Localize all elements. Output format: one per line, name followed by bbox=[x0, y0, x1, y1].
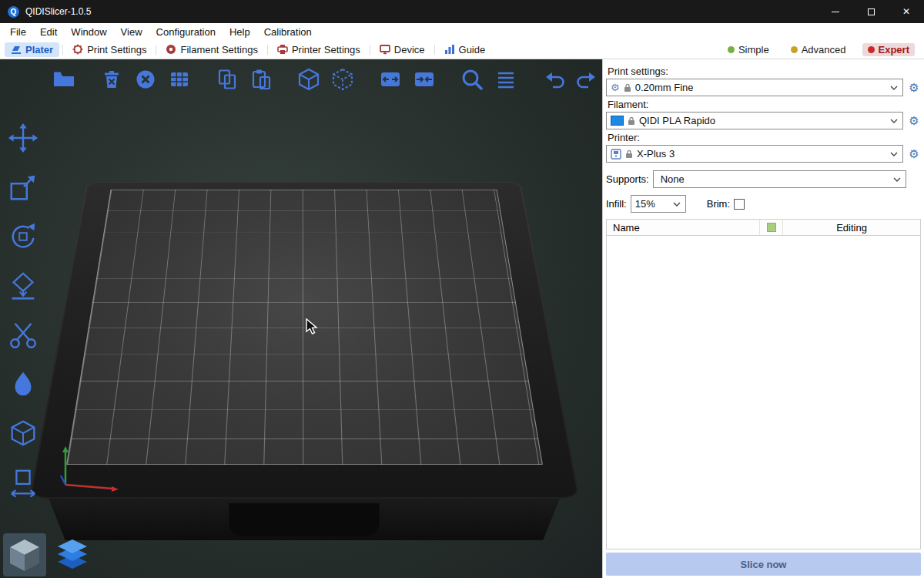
menu-edit[interactable]: Edit bbox=[33, 25, 64, 39]
open-button[interactable] bbox=[51, 66, 77, 92]
rotate-tool-button[interactable] bbox=[4, 220, 42, 254]
view-preview-button[interactable] bbox=[51, 533, 94, 576]
supports-value: None bbox=[658, 173, 889, 185]
menu-window[interactable]: Window bbox=[64, 25, 113, 39]
remove-instance-button[interactable] bbox=[330, 66, 356, 92]
device-icon bbox=[380, 44, 390, 55]
preview-layers-icon bbox=[52, 534, 93, 576]
filament-combo[interactable]: QIDI PLA Rapido bbox=[606, 112, 903, 129]
move-tool-button[interactable] bbox=[4, 121, 42, 155]
viewport-3d[interactable] bbox=[0, 59, 602, 578]
tab-printer-settings[interactable]: Printer Settings bbox=[271, 42, 367, 57]
print-settings-combo[interactable]: ⚙ 0.20mm Fine bbox=[606, 79, 903, 96]
chevron-down-icon bbox=[890, 86, 898, 90]
printer-gear-button[interactable]: ⚙ bbox=[907, 147, 921, 161]
column-name-header: Name bbox=[607, 220, 760, 235]
delete-all-button[interactable] bbox=[132, 66, 159, 92]
split-to-objects-button[interactable] bbox=[377, 66, 403, 92]
arrange-icon bbox=[167, 67, 192, 92]
menu-configuration[interactable]: Configuration bbox=[149, 25, 223, 39]
tab-filament-settings[interactable]: Filament Settings bbox=[159, 42, 263, 57]
mode-switcher: Simple Advanced Expert bbox=[722, 43, 919, 56]
redo-button[interactable] bbox=[574, 66, 601, 92]
split-to-objects-icon bbox=[378, 67, 403, 92]
printer-label: Printer: bbox=[608, 132, 919, 143]
delete-button[interactable] bbox=[99, 66, 125, 92]
brim-checkbox[interactable] bbox=[734, 199, 745, 210]
seam-droplet-icon bbox=[7, 368, 39, 401]
window-controls: ✕ bbox=[818, 0, 924, 23]
app-logo-icon: Q bbox=[8, 6, 19, 18]
undo-button[interactable] bbox=[541, 66, 567, 92]
advanced-mode-dot-icon bbox=[791, 46, 798, 53]
mode-expert-label: Expert bbox=[879, 44, 909, 55]
support-painting-tool-button[interactable] bbox=[4, 417, 42, 451]
printer-row: X-Plus 3 ⚙ bbox=[606, 145, 921, 163]
chevron-down-icon bbox=[673, 202, 681, 207]
view-3d-editor-button[interactable] bbox=[3, 533, 46, 576]
measure-icon bbox=[7, 467, 39, 499]
split-to-parts-icon bbox=[412, 67, 437, 92]
search-icon bbox=[460, 67, 484, 92]
printer-icon bbox=[611, 149, 621, 160]
guide-icon bbox=[444, 44, 455, 55]
printer-combo[interactable]: X-Plus 3 bbox=[606, 145, 903, 163]
rotate-icon bbox=[7, 220, 39, 253]
add-instance-button[interactable] bbox=[296, 66, 322, 92]
tab-device[interactable]: Device bbox=[373, 42, 431, 57]
filament-gear-button[interactable]: ⚙ bbox=[907, 114, 921, 128]
supports-combo[interactable]: None bbox=[653, 170, 906, 188]
scale-icon bbox=[7, 171, 39, 203]
tab-printer-settings-label: Printer Settings bbox=[292, 44, 360, 55]
tab-plater[interactable]: Plater bbox=[5, 42, 59, 57]
measure-tool-button[interactable] bbox=[4, 466, 42, 500]
bed-front-face bbox=[23, 491, 585, 540]
main-area: Print settings: ⚙ 0.20mm Fine ⚙ Filament… bbox=[0, 59, 924, 578]
cut-scissors-icon bbox=[7, 319, 39, 351]
menu-calibration[interactable]: Calibration bbox=[257, 25, 319, 39]
column-editing-header: Editing bbox=[783, 220, 920, 235]
paste-button[interactable] bbox=[248, 66, 274, 92]
scale-tool-button[interactable] bbox=[4, 170, 42, 204]
editor-cube-icon bbox=[4, 534, 45, 576]
menu-help[interactable]: Help bbox=[223, 25, 257, 39]
tab-separator bbox=[370, 45, 370, 55]
seam-painting-tool-button[interactable] bbox=[4, 368, 42, 402]
print-settings-gear-button[interactable]: ⚙ bbox=[907, 81, 921, 95]
search-button[interactable] bbox=[459, 66, 485, 92]
simple-mode-dot-icon bbox=[728, 46, 735, 53]
menu-view[interactable]: View bbox=[114, 25, 149, 39]
gear-icon: ⚙ bbox=[611, 82, 620, 93]
infill-combo[interactable]: 15% bbox=[631, 195, 686, 213]
maximize-button[interactable] bbox=[853, 0, 889, 23]
tab-device-label: Device bbox=[394, 44, 425, 55]
build-plate-stage bbox=[0, 59, 602, 578]
object-list[interactable] bbox=[606, 236, 921, 549]
supports-label: Supports: bbox=[606, 173, 649, 185]
tab-guide[interactable]: Guide bbox=[438, 42, 492, 57]
close-icon: ✕ bbox=[902, 6, 910, 17]
minimize-icon bbox=[832, 12, 839, 12]
mode-expert[interactable]: Expert bbox=[862, 43, 915, 56]
mode-simple[interactable]: Simple bbox=[722, 43, 775, 56]
tab-separator bbox=[434, 45, 435, 55]
expert-mode-dot-icon bbox=[868, 46, 875, 53]
printer-settings-icon bbox=[277, 44, 288, 55]
filament-settings-icon bbox=[166, 44, 176, 55]
place-on-face-tool-button[interactable] bbox=[4, 269, 42, 303]
split-to-parts-button[interactable] bbox=[411, 66, 437, 92]
mode-advanced[interactable]: Advanced bbox=[785, 43, 852, 56]
print-settings-row: ⚙ 0.20mm Fine ⚙ bbox=[606, 79, 921, 96]
plater-toolbar bbox=[51, 66, 601, 92]
variable-layer-height-button[interactable] bbox=[493, 66, 519, 92]
right-sidebar: Print settings: ⚙ 0.20mm Fine ⚙ Filament… bbox=[602, 59, 924, 578]
slice-now-button[interactable]: Slice now bbox=[606, 553, 921, 576]
tab-print-settings[interactable]: Print Settings bbox=[66, 42, 152, 57]
menu-file[interactable]: File bbox=[3, 25, 33, 39]
cut-tool-button[interactable] bbox=[4, 318, 42, 352]
copy-button[interactable] bbox=[214, 66, 240, 92]
delete-all-icon bbox=[133, 67, 158, 92]
arrange-button[interactable] bbox=[166, 66, 192, 92]
close-button[interactable]: ✕ bbox=[889, 0, 924, 23]
minimize-button[interactable] bbox=[818, 0, 853, 23]
